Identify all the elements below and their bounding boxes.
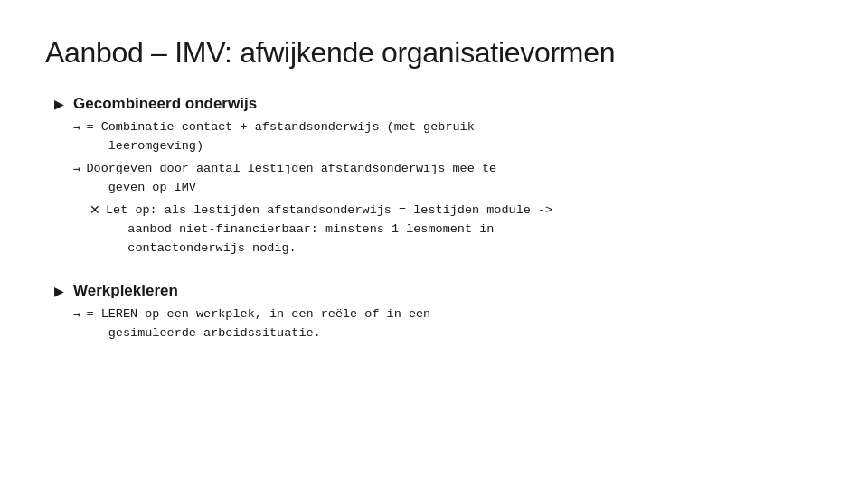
sub-bullet-1-2: → Doorgeven door aantal lestijden afstan… (73, 160, 823, 198)
bullet-content-2: Werkplekleren → = LEREN op een werkplek,… (73, 282, 823, 347)
section-title-1: Gecombineerd onderwijs (73, 95, 823, 113)
sub-bullets-2: → = LEREN op een werkplek, in een reële … (73, 305, 823, 343)
sub-bullet-1-1: → = Combinatie contact + afstandsonderwi… (73, 118, 823, 156)
sub-bullet-text-1-1: = Combinatie contact + afstandsonderwijs… (86, 118, 474, 156)
arrow-icon-2: → (73, 161, 80, 175)
slide-title: Aanbod – IMV: afwijkende organisatievorm… (45, 36, 823, 70)
sub-bullet-text-1-2: Doorgeven door aantal lestijden afstands… (86, 160, 496, 198)
sub-bullets-1: → = Combinatie contact + afstandsonderwi… (73, 118, 823, 258)
arrow-icon-3: → (73, 306, 80, 321)
bullet-content-1: Gecombineerd onderwijs → = Combinatie co… (73, 95, 823, 260)
sub-bullet-text-2-1: = LEREN op een werkplek, in een reële of… (86, 305, 430, 343)
section-gecombineerd: ▶ Gecombineerd onderwijs → = Combinatie … (54, 95, 823, 260)
arrow-icon-1: → (73, 119, 80, 134)
section-werkplekleren: ▶ Werkplekleren → = LEREN op een werkple… (54, 282, 823, 347)
bullet-triangle-1: ▶ (54, 97, 64, 111)
sub-sub-bullet-text-1-1: Let op: als lestijden afstandsonderwijs … (106, 202, 552, 258)
cross-icon-1: ✕ (90, 202, 100, 217)
bullet-triangle-2: ▶ (54, 284, 64, 298)
section-title-2: Werkplekleren (73, 282, 823, 300)
content-area: ▶ Gecombineerd onderwijs → = Combinatie … (45, 95, 823, 347)
sub-sub-bullet-1-1: ✕ Let op: als lestijden afstandsonderwij… (90, 202, 823, 258)
slide: Aanbod – IMV: afwijkende organisatievorm… (0, 0, 868, 488)
sub-sub-bullets-1: ✕ Let op: als lestijden afstandsonderwij… (90, 202, 823, 258)
sub-bullet-2-1: → = LEREN op een werkplek, in een reële … (73, 305, 823, 343)
